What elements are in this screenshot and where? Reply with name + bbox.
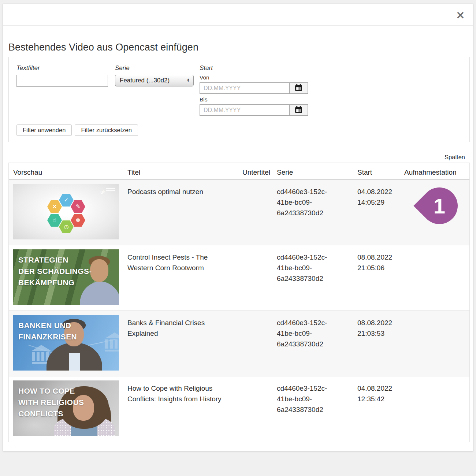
video-start: 08.08.2022 21:03:53	[357, 311, 404, 376]
video-title: Control Insect Pests - The Western Corn …	[127, 245, 237, 310]
von-label: Von	[200, 74, 308, 81]
von-calendar-button[interactable]	[290, 82, 308, 94]
thumbnail-caption: STRATEGIEN DER SCHÄDLINGS- BEKÄMPFUNG	[18, 254, 92, 288]
annotation-marker-1: 1	[413, 180, 465, 231]
video-thumbnail: STRATEGIEN DER SCHÄDLINGS- BEKÄMPFUNG	[13, 249, 119, 305]
thumbnail-caption: BANKEN UND FINANZKRISEN	[18, 320, 77, 342]
modal-header: ×	[3, 4, 473, 26]
start-label: Start	[200, 64, 308, 72]
table-row[interactable]: BANKEN UND FINANZKRISEN Banks & Financia…	[9, 311, 469, 376]
von-date-input[interactable]	[200, 82, 290, 94]
header-aufnahmestation: Aufnahmestation	[404, 163, 470, 179]
video-station	[404, 311, 470, 376]
textfilter-input[interactable]	[16, 75, 108, 87]
select-arrows-icon: ▲▼	[187, 79, 190, 82]
video-serie: cd4460e3-152c-41be-bc09-6a24338730d2	[277, 245, 357, 310]
filter-reset-button[interactable]: Filter zurücksetzen	[75, 124, 138, 136]
bis-label: Bis	[200, 96, 308, 103]
hand-hexagon-icon: ☝	[47, 214, 62, 227]
filter-apply-button[interactable]: Filter anwenden	[16, 124, 72, 136]
table-row[interactable]: uᵇ × ✓ ✎ ⊗ ◷ ☝ Podcasts optimal nutzen c…	[9, 180, 469, 245]
video-station	[404, 376, 470, 442]
calendar-icon	[295, 106, 302, 114]
clipboard-pencil-hexagon-icon: ✎	[71, 200, 85, 213]
calendar-icon	[295, 84, 302, 92]
video-serie: cd4460e3-152c-41be-bc09-6a24338730d2	[277, 311, 357, 376]
table-row[interactable]: STRATEGIEN DER SCHÄDLINGS- BEKÄMPFUNG Co…	[9, 245, 469, 311]
video-start: 08.08.2022 21:05:06	[357, 245, 404, 310]
textfilter-label: Textfilter	[16, 64, 108, 72]
serie-select-value: Featured (...30d2)	[120, 77, 170, 84]
table-row[interactable]: HOW TO COPE WITH RELIGIOUS CONFLICTS How…	[9, 376, 469, 442]
columns-menu-button[interactable]: Spalten	[445, 154, 465, 161]
video-subtitle	[237, 245, 277, 310]
header-titel: Titel	[127, 163, 237, 179]
video-title: Podcasts optimal nutzen	[127, 180, 237, 245]
video-subtitle	[237, 376, 277, 442]
page-background: × Bestehendes Video aus Opencast einfüge…	[0, 0, 476, 476]
video-start: 04.08.2022 14:05:29	[357, 180, 404, 245]
table-header-row: Vorschau Titel Untertitel Serie Start Au…	[9, 163, 469, 180]
bank-icon	[105, 332, 119, 352]
calendar-check-hexagon-icon: ✓	[59, 194, 74, 207]
video-thumbnail: BANKEN UND FINANZKRISEN	[13, 315, 119, 371]
clock-hexagon-icon: ◷	[59, 220, 74, 233]
serie-label: Serie	[115, 64, 194, 72]
magnifier-hexagon-icon: ⊗	[71, 214, 85, 227]
video-title: Banks & Financial Crises Explained	[127, 311, 237, 376]
video-thumbnail: HOW TO COPE WITH RELIGIOUS CONFLICTS	[13, 380, 119, 436]
video-subtitle	[237, 311, 277, 376]
cross-hexagon-icon: ×	[47, 200, 62, 213]
video-thumbnail: uᵇ × ✓ ✎ ⊗ ◷ ☝	[13, 184, 119, 239]
video-table: Vorschau Titel Untertitel Serie Start Au…	[8, 163, 470, 442]
video-start: 04.08.2022 12:35:42	[357, 376, 404, 442]
header-vorschau: Vorschau	[9, 163, 127, 179]
header-untertitel: Untertitel	[237, 163, 277, 179]
serie-select[interactable]: Featured (...30d2) ▲▼	[115, 75, 194, 86]
page-title: Bestehendes Video aus Opencast einfügen	[8, 42, 198, 53]
video-serie: cd4460e3-152c-41be-bc09-6a24338730d2	[277, 180, 357, 245]
bis-calendar-button[interactable]	[290, 104, 308, 116]
filter-panel: Textfilter Serie Featured (...30d2) ▲▼ S…	[8, 57, 470, 142]
university-bern-logo: uᵇ	[100, 187, 115, 198]
thumbnail-caption: HOW TO COPE WITH RELIGIOUS CONFLICTS	[18, 385, 84, 419]
header-serie: Serie	[277, 163, 357, 179]
opencast-modal: × Bestehendes Video aus Opencast einfüge…	[3, 4, 473, 451]
video-serie: cd4460e3-152c-41be-bc09-6a24338730d2	[277, 376, 357, 442]
video-title: How to Cope with Religious Conflicts: In…	[127, 376, 237, 442]
bis-date-input[interactable]	[200, 104, 290, 116]
video-subtitle	[237, 180, 277, 245]
video-station	[404, 245, 470, 310]
close-icon[interactable]: ×	[456, 10, 465, 21]
header-start: Start	[357, 163, 404, 179]
